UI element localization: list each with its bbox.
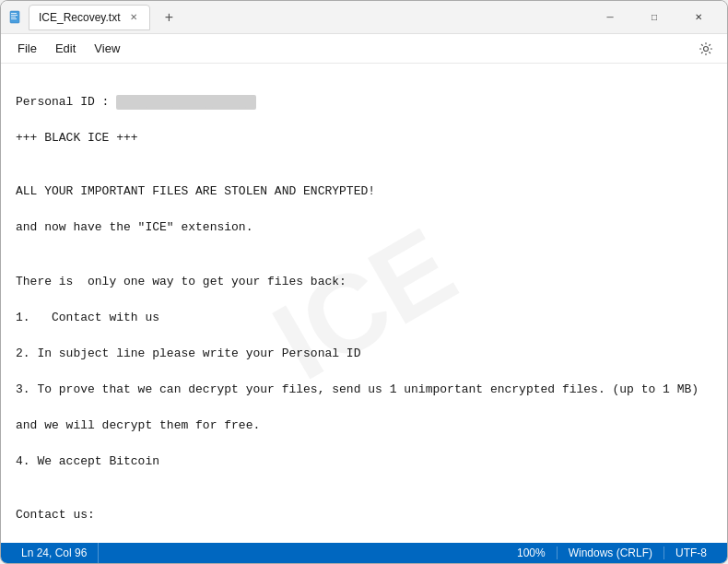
status-bar-right: 100% Windows (CRLF) UTF-8 bbox=[506, 546, 718, 559]
line3: There is only one way to get your files … bbox=[16, 275, 346, 288]
contact-label: Contact us: bbox=[16, 508, 95, 522]
svg-rect-4 bbox=[11, 18, 17, 19]
menu-bar-right bbox=[692, 35, 720, 63]
maximize-button[interactable]: □ bbox=[633, 3, 675, 32]
main-window: ICE_Recovey.txt ✕ + ─ □ ✕ File Edit View… bbox=[0, 0, 728, 564]
personal-id-row: Personal ID : ████████████████████ bbox=[16, 95, 256, 109]
minimize-button[interactable]: ─ bbox=[589, 3, 631, 32]
tab-close-button[interactable]: ✕ bbox=[127, 11, 140, 24]
new-tab-button[interactable]: + bbox=[156, 5, 182, 30]
status-bar: Ln 24, Col 96 100% Windows (CRLF) UTF-8 bbox=[1, 543, 727, 563]
personal-id-label: Personal ID : bbox=[16, 95, 109, 109]
svg-rect-3 bbox=[11, 17, 16, 18]
line6: 3. To prove that we can decrypt your fil… bbox=[16, 382, 699, 396]
line4: 1. Contact with us bbox=[16, 311, 159, 324]
app-icon bbox=[8, 10, 23, 25]
encoding[interactable]: UTF-8 bbox=[664, 546, 718, 559]
line2: and now have the "ICE" extension. bbox=[16, 220, 252, 234]
menu-file[interactable]: File bbox=[8, 38, 46, 59]
tab-title: ICE_Recovey.txt bbox=[39, 11, 120, 24]
document-text: Personal ID : ████████████████████ +++ B… bbox=[16, 75, 712, 543]
close-button[interactable]: ✕ bbox=[677, 3, 720, 32]
line8: 4. We accept Bitcoin bbox=[16, 454, 159, 468]
zoom-level[interactable]: 100% bbox=[506, 546, 558, 559]
window-controls: ─ □ ✕ bbox=[589, 3, 720, 32]
svg-rect-1 bbox=[11, 13, 17, 14]
line5: 2. In subject line please write your Per… bbox=[16, 347, 360, 360]
active-tab[interactable]: ICE_Recovey.txt ✕ bbox=[29, 5, 150, 30]
text-editor-content[interactable]: ICE Personal ID : ████████████████████ +… bbox=[1, 64, 727, 543]
svg-rect-2 bbox=[11, 15, 18, 16]
menu-edit[interactable]: Edit bbox=[46, 38, 85, 59]
header-line: +++ BLACK ICE +++ bbox=[16, 131, 138, 145]
menu-bar: File Edit View bbox=[1, 34, 727, 64]
settings-button[interactable] bbox=[692, 35, 720, 63]
title-bar: ICE_Recovey.txt ✕ + ─ □ ✕ bbox=[1, 1, 727, 34]
line1: ALL YOUR IMPORTANT FILES ARE STOLEN AND … bbox=[16, 184, 375, 198]
line7: and we will decrypt them for free. bbox=[16, 418, 260, 432]
gear-icon bbox=[699, 41, 713, 56]
personal-id-value: ████████████████████ bbox=[116, 95, 256, 110]
menu-view[interactable]: View bbox=[85, 38, 129, 59]
cursor-position: Ln 24, Col 96 bbox=[10, 543, 99, 563]
svg-point-5 bbox=[704, 46, 709, 51]
title-bar-left: ICE_Recovey.txt ✕ + bbox=[8, 5, 589, 30]
line-ending[interactable]: Windows (CRLF) bbox=[558, 546, 664, 559]
